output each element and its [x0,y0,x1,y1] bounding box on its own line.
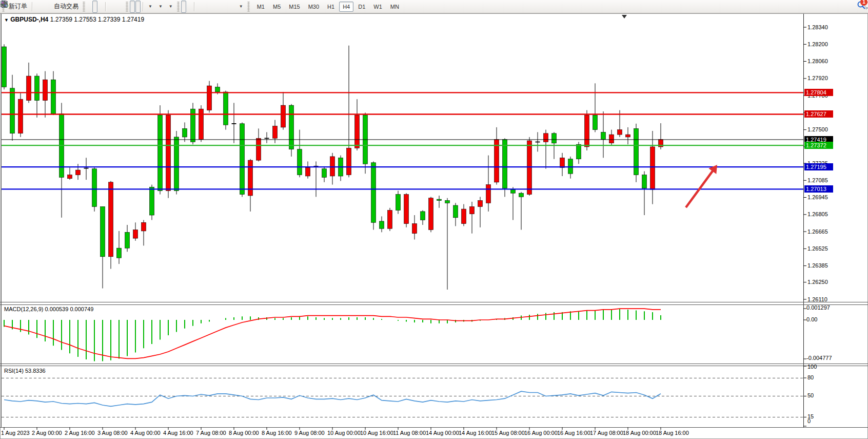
time-tick-label: 18 Aug 00:00 [623,430,656,436]
chart-title: ▼ GBPUSD-,H4 1.27359 1.27553 1.27339 1.2… [4,16,144,23]
macd-tick-label: -0.004777 [806,355,832,361]
price-tick-label: 1.26945 [807,194,828,200]
price-level-badge: 1.27013 [804,185,833,193]
time-tick-label: 8 Aug 00:00 [229,430,259,436]
time-tick-label: 14 Aug 16:00 [459,430,492,436]
time-tick-label: 7 Aug 08:00 [196,430,226,436]
time-tick-label: 2 Aug 16:00 [65,430,95,436]
time-tick-label: 1 Aug 2023 [1,430,30,436]
price-tick-label: 1.28200 [807,41,828,47]
time-tick-label: 3 Aug 08:00 [97,430,128,436]
time-tick-label: 11 Aug 08:00 [393,430,426,436]
rsi-tick-label: 0 [807,418,811,424]
rsi-tick-label: 50 [807,392,814,398]
price-tick-label: 1.26250 [807,279,828,285]
time-tick-label: 16 Aug 00:00 [524,430,558,436]
price-level-badge: 1.27372 [804,142,833,149]
price-level-badge: 1.27627 [804,110,833,118]
time-tick-label: 4 Aug 16:00 [163,430,193,436]
price-tick-label: 1.28060 [807,58,828,64]
mt4-window: 新订单 自动交易 [0,0,868,439]
rsi-tick-label: 100 [807,364,817,370]
time-tick-label: 9 Aug 08:00 [294,430,325,436]
rsi-tick-label: 80 [807,374,814,380]
chart-menu-icon[interactable]: ▼ [4,17,9,23]
symbol-period-label: GBPUSD-,H4 [10,16,48,23]
time-tick-label: 8 Aug 16:00 [262,430,292,436]
time-tick-label: 16 Aug 16:00 [557,430,590,436]
price-tick-label: 1.26805 [807,211,828,217]
macd-label: MACD(12,26,9) 0.000539 0.000749 [4,306,93,312]
time-tick-label: 17 Aug 08:00 [590,430,623,436]
time-tick-label: 2 Aug 00:00 [32,430,62,436]
price-tick-label: 1.26385 [807,262,828,269]
price-tick-label: 1.27500 [807,126,828,132]
price-tick-label: 1.26525 [807,245,828,252]
time-tick-label: 10 Aug 00:00 [327,430,361,436]
price-tick-label: 1.28340 [807,24,828,30]
macd-tick-label: 0.001297 [806,304,830,311]
macd-tick-label: 0.00 [806,316,817,322]
rsi-label: RSI(14) 53.8336 [4,368,46,374]
candlestick-chart[interactable] [0,0,868,439]
price-level-badge: 1.27195 [804,163,833,170]
time-tick-label: 15 Aug 08:00 [491,430,525,436]
time-tick-label: 18 Aug 16:00 [656,430,689,436]
price-tick-label: 1.27085 [807,177,828,183]
time-tick-label: 10 Aug 16:00 [360,430,393,436]
time-tick-label: 14 Aug 00:00 [426,430,459,436]
time-tick-label: 4 Aug 00:00 [130,430,161,436]
ohlc-values: 1.27359 1.27553 1.27339 1.27419 [50,16,145,23]
price-tick-label: 1.26665 [807,228,828,235]
price-tick-label: 1.26110 [807,296,827,302]
price-level-badge: 1.27804 [804,89,833,96]
price-tick-label: 1.27920 [807,75,828,81]
